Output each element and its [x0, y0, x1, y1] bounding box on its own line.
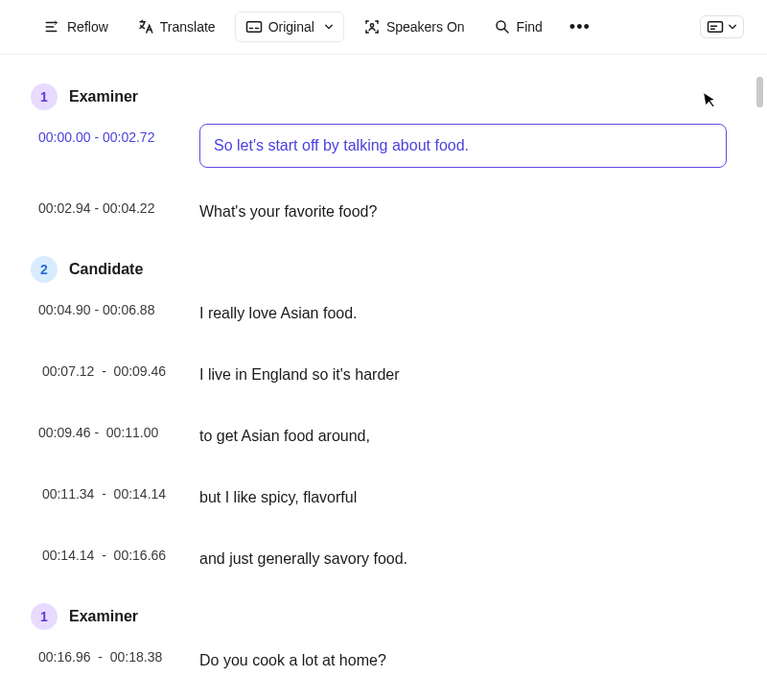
transcript-text[interactable]: to get Asian food around, — [199, 419, 370, 454]
speaker-badge: 1 — [31, 83, 58, 110]
timestamp[interactable]: 00:09.46 - 00:11.00 — [38, 419, 199, 440]
toolbar: Reflow Translate Original Speakers On Fi… — [0, 0, 767, 55]
timestamp[interactable]: 00:16.96 - 00:18.38 — [38, 643, 199, 665]
transcript-text[interactable]: What's your favorite food? — [199, 195, 377, 229]
more-icon: ••• — [569, 17, 591, 36]
search-icon — [494, 18, 511, 35]
find-button[interactable]: Find — [484, 12, 552, 41]
speakers-button[interactable]: Speakers On — [354, 12, 475, 41]
caption-icon — [245, 18, 263, 35]
speaker-row: 1Examiner — [31, 603, 740, 630]
transcript-line[interactable]: 00:11.34 - 00:14.14but I like spicy, fla… — [38, 480, 740, 515]
chevron-down-icon — [324, 22, 334, 32]
transcript-text[interactable]: So let's start off by talking about food… — [199, 124, 727, 168]
translate-label: Translate — [160, 19, 216, 35]
speaker-name: Examiner — [69, 608, 138, 625]
reflow-icon — [44, 18, 61, 35]
svg-point-1 — [370, 24, 373, 27]
speaker-row: 2Candidate — [31, 256, 740, 283]
layout-dropdown[interactable] — [700, 15, 744, 38]
transcript-line[interactable]: 00:09.46 - 00:11.00to get Asian food aro… — [38, 419, 740, 454]
original-dropdown[interactable]: Original — [235, 12, 344, 42]
transcript-text[interactable]: but I like spicy, flavorful — [199, 480, 357, 515]
speaker-name: Candidate — [69, 261, 143, 278]
reflow-button[interactable]: Reflow — [35, 12, 118, 41]
transcript-content: 1Examiner00:00.00 - 00:02.72So let's sta… — [0, 55, 767, 699]
transcript-line[interactable]: 00:04.90 - 00:06.88I really love Asian f… — [38, 296, 740, 331]
speaker-row: 1Examiner — [31, 83, 740, 110]
transcript-line[interactable]: 00:07.12 - 00:09.46I live in England so … — [38, 358, 740, 392]
transcript-text[interactable]: I live in England so it's harder — [199, 358, 400, 392]
layout-icon — [707, 20, 724, 34]
timestamp[interactable]: 00:00.00 - 00:02.72 — [38, 124, 199, 145]
transcript-line[interactable]: 00:14.14 - 00:16.66and just generally sa… — [38, 542, 740, 576]
speaker-badge: 2 — [31, 256, 58, 283]
timestamp[interactable]: 00:11.34 - 00:14.14 — [38, 480, 199, 502]
transcript-text[interactable]: Do you cook a lot at home? — [199, 643, 386, 678]
timestamp[interactable]: 00:04.90 - 00:06.88 — [38, 296, 199, 317]
timestamp[interactable]: 00:07.12 - 00:09.46 — [38, 358, 199, 379]
more-button[interactable]: ••• — [562, 17, 598, 37]
transcript-line[interactable]: 00:16.96 - 00:18.38Do you cook a lot at … — [38, 643, 740, 678]
svg-point-2 — [497, 21, 505, 30]
speaker-name: Examiner — [69, 88, 138, 105]
find-label: Find — [517, 19, 543, 35]
transcript-text[interactable]: and just generally savory food. — [199, 542, 407, 576]
timestamp[interactable]: 00:14.14 - 00:16.66 — [38, 542, 199, 563]
translate-icon — [137, 18, 154, 35]
scrollbar-thumb[interactable] — [756, 77, 763, 107]
svg-rect-0 — [246, 22, 261, 33]
timestamp[interactable]: 00:02.94 - 00:04.22 — [38, 195, 199, 216]
original-label: Original — [268, 19, 314, 35]
speakers-icon — [363, 18, 381, 35]
reflow-label: Reflow — [67, 19, 108, 35]
cursor-pointer — [702, 89, 720, 110]
transcript-line[interactable]: 00:00.00 - 00:02.72So let's start off by… — [38, 124, 740, 168]
chevron-down-icon — [728, 22, 737, 32]
translate-button[interactable]: Translate — [128, 12, 225, 41]
speaker-badge: 1 — [31, 603, 58, 630]
transcript-line[interactable]: 00:02.94 - 00:04.22What's your favorite … — [38, 195, 740, 229]
transcript-text[interactable]: I really love Asian food. — [199, 296, 358, 331]
speakers-label: Speakers On — [386, 19, 465, 35]
